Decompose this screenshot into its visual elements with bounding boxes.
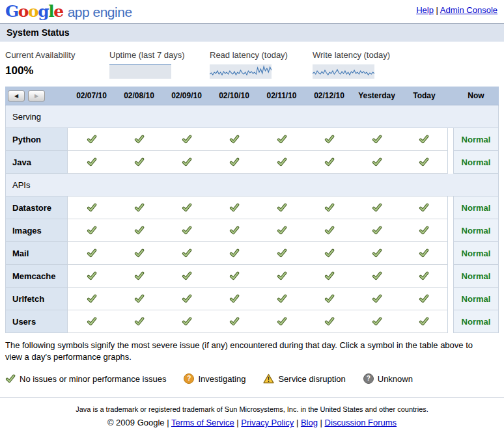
status-cell-check-button[interactable] xyxy=(182,316,192,327)
status-cell-check-button[interactable] xyxy=(372,271,382,281)
status-cell-check-button[interactable] xyxy=(277,225,287,236)
legend: No issues or minor performance issues?In… xyxy=(5,373,499,384)
status-cell-check-button[interactable] xyxy=(372,316,382,327)
status-cell-check-button[interactable] xyxy=(182,248,192,258)
logo-letter: o xyxy=(18,2,28,21)
check-icon xyxy=(419,248,429,258)
footer-link-discussion-forums[interactable]: Discussion Forums xyxy=(325,418,397,427)
status-cell-check-button[interactable] xyxy=(134,225,145,236)
status-cell-check-button[interactable] xyxy=(229,271,240,281)
status-cell xyxy=(163,265,210,288)
status-cell-check-button[interactable] xyxy=(324,293,335,304)
logo-letter: g xyxy=(38,2,48,21)
status-cell-check-button[interactable] xyxy=(87,248,97,258)
status-cell-check-button[interactable] xyxy=(229,316,240,327)
status-cell-check-button[interactable] xyxy=(229,202,240,213)
row-label-datastore: Datastore xyxy=(5,196,68,219)
header-link-admin-console[interactable]: Admin Console xyxy=(440,5,497,15)
status-cell-check-button[interactable] xyxy=(419,225,429,236)
status-cell-check-button[interactable] xyxy=(277,157,287,167)
section-row-serving: Serving xyxy=(5,105,499,128)
status-cell-check-button[interactable] xyxy=(419,202,429,213)
check-icon xyxy=(182,316,192,327)
status-cell-check-button[interactable] xyxy=(134,202,145,213)
status-cell-check-button[interactable] xyxy=(419,134,429,144)
status-cell-check-button[interactable] xyxy=(134,248,145,258)
status-cell-check-button[interactable] xyxy=(229,157,240,167)
check-icon xyxy=(324,271,335,281)
status-cell xyxy=(258,196,305,219)
status-cell xyxy=(305,288,353,310)
status-cell-check-button[interactable] xyxy=(324,316,335,327)
status-cell-check-button[interactable] xyxy=(277,248,287,258)
status-cell-check-button[interactable] xyxy=(277,316,287,327)
status-cell-check-button[interactable] xyxy=(277,293,287,304)
footer: Java is a trademark or registered tradem… xyxy=(0,398,504,427)
status-cell-check-button[interactable] xyxy=(134,316,145,327)
status-cell-check-button[interactable] xyxy=(87,271,97,281)
table-row-datastore: DatastoreNormal xyxy=(5,196,499,219)
status-cell-check-button[interactable] xyxy=(419,271,429,281)
status-cell-check-button[interactable] xyxy=(324,248,335,258)
status-cell-check-button[interactable] xyxy=(277,271,287,281)
status-cell-check-button[interactable] xyxy=(419,293,429,304)
footer-link-privacy-policy[interactable]: Privacy Policy xyxy=(241,418,294,427)
status-cell xyxy=(163,219,210,242)
status-cell-check-button[interactable] xyxy=(229,134,240,144)
status-cell xyxy=(400,310,448,333)
status-cell-check-button[interactable] xyxy=(324,225,335,236)
status-cell-check-button[interactable] xyxy=(134,293,145,304)
status-cell-check-button[interactable] xyxy=(277,134,287,144)
status-cell-check-button[interactable] xyxy=(229,248,240,258)
status-cell-check-button[interactable] xyxy=(372,293,382,304)
status-cell-check-button[interactable] xyxy=(182,134,192,144)
status-cell-check-button[interactable] xyxy=(134,157,145,167)
status-cell-check-button[interactable] xyxy=(277,202,287,213)
status-cell-check-button[interactable] xyxy=(324,134,335,144)
status-cell-check-button[interactable] xyxy=(229,293,240,304)
status-cell-check-button[interactable] xyxy=(134,271,145,281)
footer-link-terms-of-service[interactable]: Terms of Service xyxy=(171,418,234,427)
status-cell-check-button[interactable] xyxy=(87,225,97,236)
status-cell-check-button[interactable] xyxy=(87,293,97,304)
status-cell xyxy=(210,196,258,219)
status-cell-check-button[interactable] xyxy=(182,157,192,167)
check-icon xyxy=(229,202,240,213)
page-header: Google app engine Help | Admin Console xyxy=(0,0,504,22)
status-cell-check-button[interactable] xyxy=(324,271,335,281)
check-icon xyxy=(87,271,97,281)
status-cell-check-button[interactable] xyxy=(229,225,240,236)
status-cell-check-button[interactable] xyxy=(87,157,97,167)
status-cell-check-button[interactable] xyxy=(324,157,335,167)
status-cell-check-button[interactable] xyxy=(87,316,97,327)
check-icon xyxy=(134,157,145,167)
status-cell xyxy=(353,242,400,265)
warning-triangle-icon: ! xyxy=(263,373,274,384)
status-cell-check-button[interactable] xyxy=(419,316,429,327)
section-label: Serving xyxy=(12,112,41,122)
status-cell-check-button[interactable] xyxy=(324,202,335,213)
status-cell-check-button[interactable] xyxy=(372,157,382,167)
check-icon xyxy=(229,293,240,304)
status-cell-check-button[interactable] xyxy=(182,202,192,213)
status-cell-check-button[interactable] xyxy=(182,271,192,281)
status-cell-check-button[interactable] xyxy=(372,134,382,144)
status-cell-check-button[interactable] xyxy=(419,157,429,167)
status-cell-check-button[interactable] xyxy=(419,248,429,258)
check-icon xyxy=(134,316,145,327)
header-link-help[interactable]: Help xyxy=(416,5,434,15)
status-cell-check-button[interactable] xyxy=(372,202,382,213)
status-cell-check-button[interactable] xyxy=(134,134,145,144)
check-icon xyxy=(87,316,97,327)
status-cell-check-button[interactable] xyxy=(87,202,97,213)
status-cell-check-button[interactable] xyxy=(372,248,382,258)
status-cell-check-button[interactable] xyxy=(182,225,192,236)
check-icon xyxy=(182,271,192,281)
prev-dates-button[interactable]: ◀ xyxy=(8,90,25,101)
status-cell-check-button[interactable] xyxy=(182,293,192,304)
next-dates-button[interactable]: ▶ xyxy=(28,90,45,101)
status-cell xyxy=(68,310,115,333)
footer-link-blog[interactable]: Blog xyxy=(301,418,318,427)
status-cell-check-button[interactable] xyxy=(372,225,382,236)
status-cell-check-button[interactable] xyxy=(87,134,97,144)
